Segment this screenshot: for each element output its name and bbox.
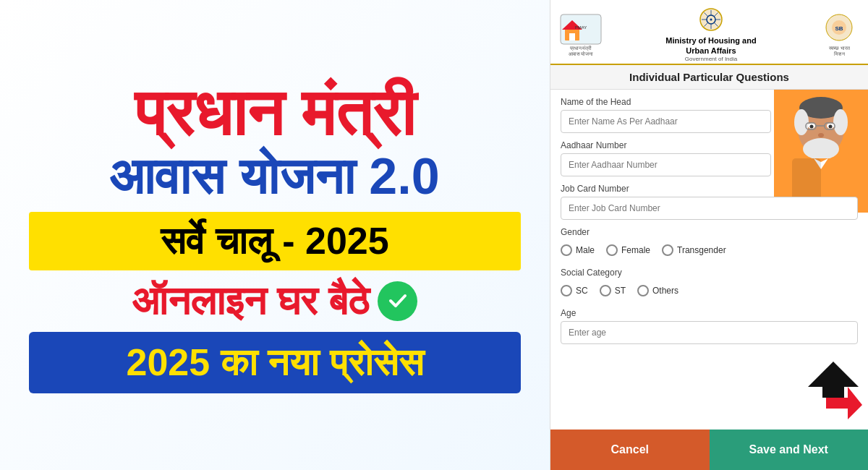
aadhaar-field-group: Aadhaar Number <box>561 140 858 176</box>
gender-radio-group: Male Female Transgender <box>561 240 858 260</box>
gender-label: Gender <box>561 227 858 237</box>
category-st[interactable]: ST <box>600 285 626 296</box>
red-arrow-icon <box>804 362 862 419</box>
cancel-button[interactable]: Cancel <box>550 430 710 470</box>
others-radio-circle[interactable] <box>637 285 649 296</box>
swachh-logo-icon: SB <box>820 13 859 46</box>
save-next-button[interactable]: Save and Next <box>710 430 869 470</box>
form-footer: Cancel Save and Next <box>550 430 868 470</box>
yellow-banner: सर्वे चालू - 2025 <box>29 212 521 270</box>
blue-banner-text: 2025 का नया प्रोसेस <box>126 341 423 383</box>
svg-rect-3 <box>569 33 575 40</box>
job-card-field-group: Job Card Number <box>561 184 858 220</box>
social-category-group: Social Category SC ST Others <box>561 268 858 301</box>
job-card-label: Job Card Number <box>561 184 858 194</box>
category-others[interactable]: Others <box>637 285 678 296</box>
left-section: प्रधान मंत्री आवास योजना 2.0 सर्वे चालू … <box>0 0 550 470</box>
category-sc[interactable]: SC <box>561 285 588 296</box>
center-logo: Ministry of Housing and Urban Affairs Go… <box>653 7 769 64</box>
form-section-title: Individual Particular Questions <box>550 65 868 90</box>
age-field-group: Age <box>561 308 858 344</box>
online-text-container: ऑनलाइन घर बैठे <box>132 278 418 325</box>
male-label: Male <box>576 245 595 255</box>
svg-point-32 <box>818 133 824 137</box>
right-logo: SB स्वच्छ भारतमिशन <box>820 13 859 58</box>
pmay-logo-icon: PMAY <box>559 13 603 46</box>
transgender-radio-circle[interactable] <box>662 244 673 256</box>
govt-label: Government of India <box>653 56 769 63</box>
svg-marker-36 <box>808 362 859 398</box>
name-field-group: Name of the Head <box>561 97 858 133</box>
svg-marker-37 <box>826 387 862 419</box>
check-icon <box>378 281 417 321</box>
sc-label: SC <box>576 286 588 296</box>
svg-text:SB: SB <box>835 25 843 32</box>
transgender-label: Transgender <box>677 245 726 255</box>
right-section: PMAY प्रधान मंत्रीआवास योजना Ministr <box>550 0 868 470</box>
job-card-input[interactable] <box>561 197 858 220</box>
gender-transgender[interactable]: Transgender <box>662 244 726 256</box>
st-radio-circle[interactable] <box>600 285 611 296</box>
gender-group: Gender Male Female Transgender <box>561 227 858 260</box>
main-title: प्रधान मंत्री <box>135 77 415 149</box>
sub-title: आवास योजना 2.0 <box>110 149 439 205</box>
form-content: Name of the Head Aadhaar Number Job Card… <box>550 90 868 430</box>
female-label: Female <box>621 245 650 255</box>
gender-male[interactable]: Male <box>561 244 595 256</box>
arrow-decoration <box>804 362 862 422</box>
st-label: ST <box>615 286 626 296</box>
male-radio-circle[interactable] <box>561 244 572 256</box>
name-label: Name of the Head <box>561 97 858 107</box>
form-header: PMAY प्रधान मंत्रीआवास योजना Ministr <box>550 0 868 65</box>
age-input[interactable] <box>561 321 858 344</box>
sc-radio-circle[interactable] <box>561 285 572 296</box>
others-label: Others <box>652 286 678 296</box>
social-category-radio-group: SC ST Others <box>561 281 858 301</box>
svg-point-7 <box>710 19 712 21</box>
left-logo: PMAY प्रधान मंत्रीआवास योजना <box>559 13 603 58</box>
aadhaar-label: Aadhaar Number <box>561 140 858 150</box>
female-radio-circle[interactable] <box>606 244 618 256</box>
online-text-label: ऑनलाइन घर बैठे <box>132 278 370 325</box>
social-category-label: Social Category <box>561 268 858 278</box>
svg-text:PMAY: PMAY <box>575 25 587 30</box>
gender-female[interactable]: Female <box>606 244 650 256</box>
name-input[interactable] <box>561 110 771 133</box>
age-label: Age <box>561 308 858 318</box>
ashoka-emblem-icon <box>699 7 724 33</box>
blue-banner: 2025 का नया प्रोसेस <box>29 332 521 393</box>
ministry-title: Ministry of Housing and Urban Affairs <box>653 35 769 56</box>
aadhaar-input[interactable] <box>561 153 771 176</box>
yellow-banner-text: सर्वे चालू - 2025 <box>161 220 388 262</box>
